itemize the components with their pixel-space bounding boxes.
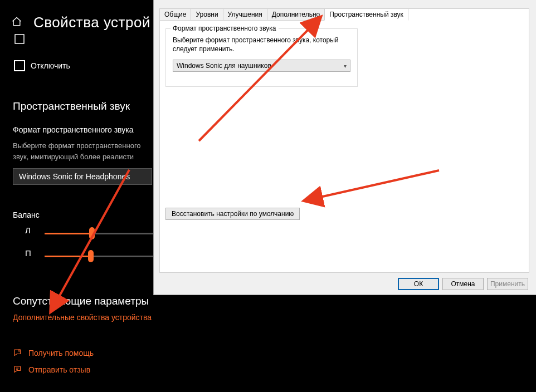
combo-value: Windows Sonic для наушников (177, 62, 271, 70)
ok-button[interactable]: ОК (398, 278, 439, 290)
spatial-sound-heading: Пространственный звук (13, 100, 130, 112)
restore-defaults-button[interactable]: Восстановить настройки по умолчанию (165, 208, 300, 220)
tab-general[interactable]: Общие (159, 8, 191, 21)
balance-left-slider[interactable] (45, 227, 153, 239)
device-icon (14, 33, 25, 45)
tab-enhancements[interactable]: Улучшения (223, 8, 267, 21)
spatial-format-value: Windows Sonic for Headphones (19, 172, 130, 181)
feedback-icon (13, 365, 23, 375)
balance-right-slider[interactable] (45, 250, 153, 262)
spatial-format-desc: Выберите формат пространственного звук, … (13, 140, 158, 162)
slider-thumb-icon[interactable] (88, 250, 94, 262)
spatial-format-select[interactable]: Windows Sonic for Headphones (13, 168, 152, 185)
spatial-format-combo[interactable]: Windows Sonic для наушников ▾ (173, 60, 350, 72)
send-feedback-link[interactable]: Отправить отзыв (28, 365, 90, 374)
group-text: Выберите формат пространственного звука,… (173, 36, 350, 53)
balance-heading: Баланс (13, 210, 40, 219)
tab-spatial-sound[interactable]: Пространственный звук (324, 8, 408, 21)
additional-properties-link[interactable]: Дополнительные свойства устройства (13, 313, 152, 322)
group-legend: Формат пространственного звука (170, 24, 279, 32)
checkbox-icon[interactable] (14, 60, 25, 71)
home-icon[interactable] (11, 16, 22, 30)
disable-checkbox-row[interactable]: Отключить (14, 60, 70, 71)
tab-advanced[interactable]: Дополнительно (267, 8, 325, 21)
get-help-link[interactable]: Получить помощь (28, 349, 94, 357)
page-title: Свойства устрой (33, 14, 150, 31)
cancel-button[interactable]: Отмена (442, 278, 484, 290)
disable-label: Отключить (31, 61, 70, 70)
balance-right-label: П (25, 248, 31, 258)
balance-left-label: Л (25, 226, 31, 235)
spatial-format-group: Формат пространственного звука Выберите … (165, 28, 358, 87)
help-icon (13, 348, 23, 358)
related-params-heading: Сопутствующие параметры (13, 295, 149, 307)
svg-line-4 (51, 170, 129, 311)
tabstrip: Общие Уровни Улучшения Дополнительно Про… (159, 8, 408, 21)
svg-rect-0 (15, 35, 24, 43)
slider-thumb-icon[interactable] (89, 227, 95, 239)
tab-levels[interactable]: Уровни (191, 8, 223, 21)
svg-point-1 (18, 350, 20, 351)
apply-button: Применить (487, 278, 528, 290)
chevron-down-icon: ▾ (344, 63, 347, 69)
spatial-format-label: Формат пространственного звука (13, 125, 133, 134)
properties-dialog: Общие Уровни Улучшения Дополнительно Про… (153, 0, 536, 295)
dialog-body: Общие Уровни Улучшения Дополнительно Про… (159, 8, 529, 273)
